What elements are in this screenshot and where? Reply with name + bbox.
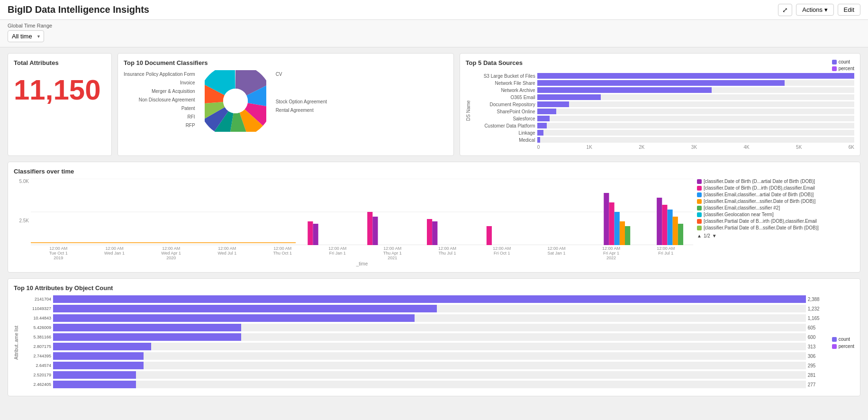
- axis-label: 5K: [796, 145, 802, 150]
- bar-fill-count: [537, 137, 541, 143]
- x-label: 12:00 AMThu Oct 1: [273, 246, 292, 260]
- legend-dot: [697, 226, 702, 230]
- top10-bar-row: 2.64574 295: [23, 362, 824, 369]
- bar-label: Customer Data Platform: [474, 123, 535, 128]
- bar-label: SharePoint Online: [474, 109, 535, 114]
- pie-label-right: Stock Option Agreement: [276, 98, 327, 106]
- top10-bar-row: 2.520179 281: [23, 371, 824, 379]
- legend-item: [classifier.Date of Birth (D...artial Da…: [697, 179, 854, 184]
- ds-name-axis-label: DS Name: [466, 71, 471, 150]
- svg-rect-18: [372, 217, 378, 245]
- bar-track: [53, 352, 806, 360]
- total-attrs-title: Total Attributes: [14, 59, 106, 66]
- bar-fill: [53, 362, 144, 369]
- top5-legend: count percent: [832, 59, 854, 71]
- legend-item: [classifier.Partial Date of B...ssifier.…: [697, 225, 854, 230]
- pie-label: Invoice: [124, 79, 195, 87]
- legend-dot: [697, 192, 702, 197]
- svg-rect-26: [625, 226, 630, 245]
- x-label: 12:00 AMFri Jan 1: [328, 246, 346, 260]
- pie-chart: [205, 70, 266, 132]
- bar-label: Document Repository: [474, 102, 535, 107]
- time-chart-svg: [31, 179, 693, 245]
- legend-count: count: [832, 59, 854, 64]
- bar-track: [537, 123, 854, 128]
- svg-rect-15: [307, 221, 313, 245]
- legend-percent-dot: [832, 344, 837, 349]
- top10-bar-row: 5.381166 600: [23, 333, 824, 341]
- time-range-select[interactable]: All time: [8, 30, 44, 42]
- bar-value: 277: [808, 382, 824, 387]
- bar-row-label: 2141704: [23, 297, 51, 301]
- legend-text: [classifier.Partial Date of B...irth (DO…: [704, 219, 817, 224]
- top5-chart-area: DS Name S3 Large Bucket of Files Network…: [466, 71, 854, 150]
- x-label: 12:00 AMThu Jul 1: [438, 246, 456, 260]
- bar-track: [537, 80, 854, 86]
- row3: Top 10 Attributes by Object Count Attrib…: [8, 278, 860, 396]
- svg-rect-28: [662, 205, 667, 245]
- prev-page-icon[interactable]: ▲: [697, 233, 702, 238]
- legend-pagination: ▲ 1/2 ▼: [697, 233, 854, 238]
- legend-item: [classifier.Partial Date of B...irth (DO…: [697, 219, 854, 224]
- pie-label: RFP: [124, 121, 195, 130]
- top10-bars-container: 2141704 2,388 11049327 1,: [23, 295, 824, 390]
- time-range-select-wrap[interactable]: All time: [8, 30, 44, 42]
- classifiers-time-title: Classifiers over time: [14, 168, 854, 175]
- page-title: BigID Data Intelligence Insights: [8, 4, 149, 15]
- x-label: 12:00 AMSat Jan 1: [548, 246, 566, 260]
- bar-fill: [53, 305, 437, 312]
- x-label: 12:00 AMTue Oct 12019: [49, 246, 68, 260]
- bar-row-label: 11049327: [23, 306, 51, 311]
- axis-label: 0: [537, 145, 540, 150]
- bar-track: [53, 305, 806, 312]
- x-label: 12:00 AMWed Jan 1: [104, 246, 125, 260]
- bar-row-label: 2.744395: [23, 354, 51, 358]
- legend-percent-label: percent: [839, 66, 854, 71]
- bar-track: [537, 137, 854, 143]
- pie-label: Merger & Acquisition: [124, 87, 195, 96]
- x-label: 12:00 AMThu Apr 12021: [383, 246, 402, 260]
- bar-track: [53, 324, 806, 331]
- bar-fill: [53, 333, 241, 341]
- bar-track: [53, 295, 806, 303]
- expand-button[interactable]: ⤢: [778, 4, 792, 16]
- bar-label: Medical: [474, 137, 535, 143]
- bar-row: Linkage: [474, 130, 854, 136]
- bar-label: S3 Large Bucket of Files: [474, 73, 535, 79]
- top5-sources-card: Top 5 Data Sources count percent DS Name: [460, 53, 860, 156]
- bar-track: [537, 130, 854, 136]
- bar-fill-count: [537, 80, 785, 86]
- actions-button[interactable]: Actions ▾: [796, 4, 833, 16]
- next-page-icon[interactable]: ▼: [712, 233, 717, 238]
- x-axis-label: _time: [31, 261, 693, 266]
- pie-label: Non Disclosure Agreement: [124, 96, 195, 104]
- legend-text: [classifier.Date of Birth (D...irth (DOB…: [704, 185, 815, 191]
- main-content: Total Attributes 11,150 Top 10 Document …: [0, 47, 868, 402]
- classifiers-time-chart-area: 5.0K 2.5K: [14, 179, 854, 266]
- bar-row-label: 2.807175: [23, 344, 51, 349]
- bar-label: Linkage: [474, 130, 535, 136]
- edit-button[interactable]: Edit: [838, 4, 860, 16]
- legend-item: [classifier.Geolocation near Term]: [697, 212, 854, 217]
- bar-fill: [53, 371, 136, 379]
- svg-rect-21: [487, 226, 492, 245]
- top10-bar-row: 2141704 2,388: [23, 295, 824, 303]
- pie-wrap: Insurance Policy Application Form Invoic…: [124, 70, 448, 133]
- bar-track: [537, 101, 854, 107]
- bar-label: Network Archive: [474, 88, 535, 93]
- legend-count: count: [832, 337, 854, 342]
- bar-row: Network File Share: [474, 80, 854, 86]
- bar-row: Customer Data Platform: [474, 123, 854, 128]
- bar-track: [53, 333, 806, 341]
- bar-fill-count: [537, 101, 569, 107]
- classifiers-time-card: Classifiers over time 5.0K 2.5K: [8, 162, 860, 273]
- time-range-label: Global Time Range: [8, 23, 860, 28]
- legend-item: [classifier.Email,classifier...ssifier.D…: [697, 199, 854, 204]
- axis-label: 4K: [743, 145, 749, 150]
- top-bar-actions: ⤢ Actions ▾ Edit: [778, 4, 860, 16]
- pie-labels-right: CV Stock Option Agreement Rental Agreeme…: [276, 70, 327, 115]
- svg-point-10: [223, 89, 248, 113]
- x-time-labels: 12:00 AMTue Oct 12019 12:00 AMWed Jan 1 …: [31, 246, 693, 260]
- bar-track: [53, 362, 806, 369]
- bar-value: 605: [808, 325, 824, 330]
